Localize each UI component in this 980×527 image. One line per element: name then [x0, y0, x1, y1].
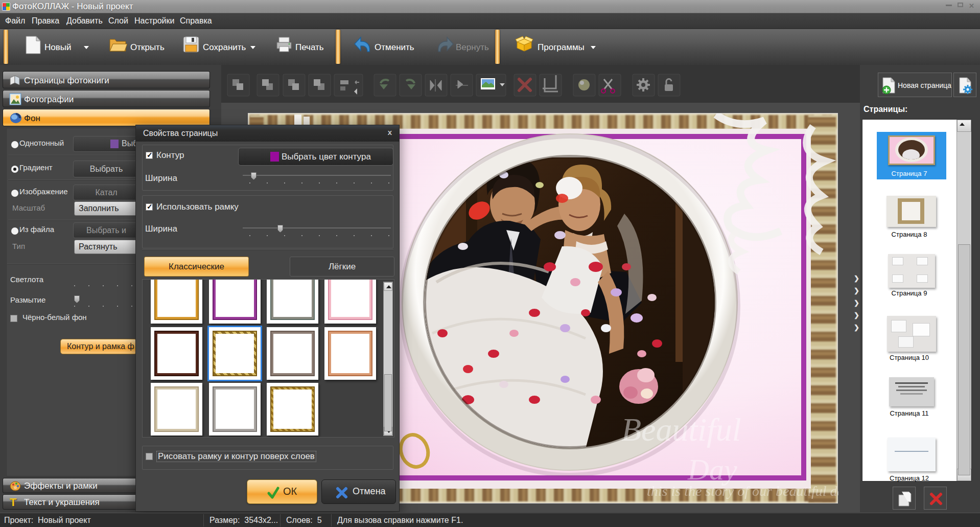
svg-text:this is the story of our beaut: this is the story of our beautiful day [647, 483, 838, 499]
svg-text:Day: Day [687, 453, 737, 486]
svg-text:Beautiful: Beautiful [621, 411, 741, 448]
